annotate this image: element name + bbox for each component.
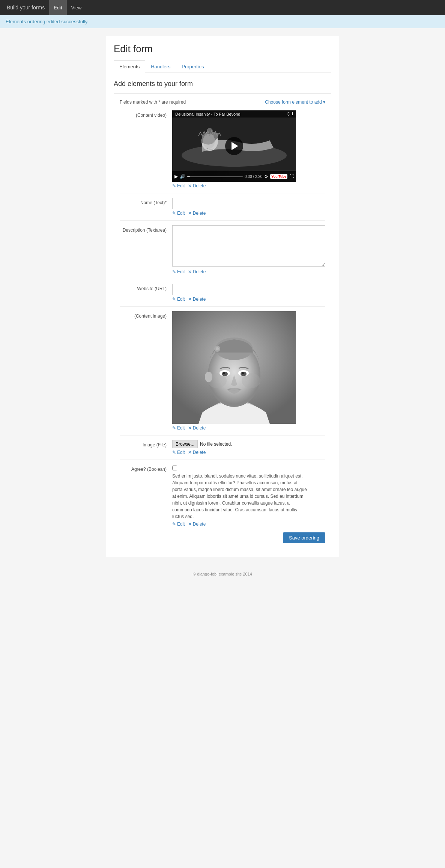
agree-field: Sed enim justo, blandit sodales nunc vit… <box>172 464 325 527</box>
svg-point-20 <box>216 347 219 350</box>
youtube-logo: You Tube <box>270 174 287 179</box>
form-header: Fields marked with * are required Choose… <box>120 99 325 105</box>
footer: © django-fobi example site 2014 <box>0 564 445 584</box>
svg-point-15 <box>223 372 225 374</box>
agree-checkbox[interactable] <box>172 466 177 470</box>
delete-icon-6: ✕ <box>188 450 192 455</box>
image-file-field: Browse... No file selected. ✎ Edit ✕ Del… <box>172 440 325 455</box>
description-edit-link[interactable]: ✎ Edit <box>172 269 185 274</box>
name-label: Name (Text)* <box>120 198 172 205</box>
time-display: 0:00 / 2:20 <box>245 175 262 179</box>
content-image-row: (Content image) <box>120 311 325 431</box>
video-edit-link[interactable]: ✎ Edit <box>172 183 185 188</box>
content-image-edit-link[interactable]: ✎ Edit <box>172 425 185 431</box>
name-row: Name (Text)* ✎ Edit ✕ Delete <box>120 198 325 216</box>
choose-element-dropdown[interactable]: Choose form element to add ▾ <box>265 99 325 105</box>
checkbox-row <box>172 464 325 470</box>
description-row: Description (Textarea) ✎ Edit ✕ Delete <box>120 225 325 274</box>
video-play-button[interactable] <box>225 137 243 155</box>
website-row: Website (URL) ✎ Edit ✕ Delete <box>120 284 325 302</box>
video-controls: ▶ 🔊 0:00 / 2:20 ⚙ You Tube ⛶ <box>172 171 296 182</box>
browse-button[interactable]: Browse... <box>172 440 198 448</box>
image-file-delete-link[interactable]: ✕ Delete <box>188 450 206 455</box>
edit-icon: ✎ <box>172 183 176 188</box>
website-input[interactable] <box>172 284 325 295</box>
image-file-row: Image (File) Browse... No file selected.… <box>120 440 325 455</box>
edit-icon-5: ✎ <box>172 425 176 431</box>
section-title: Add elements to your form <box>114 80 331 88</box>
website-actions: ✎ Edit ✕ Delete <box>172 297 325 302</box>
image-file-actions: ✎ Edit ✕ Delete <box>172 450 325 455</box>
edit-icon-4: ✎ <box>172 297 176 302</box>
description-actions: ✎ Edit ✕ Delete <box>172 269 325 274</box>
edit-icon-2: ✎ <box>172 211 176 216</box>
main-content: Edit form Elements Handlers Properties A… <box>106 36 339 557</box>
edit-icon-6: ✎ <box>172 450 176 455</box>
navbar-tab-view[interactable]: View <box>67 0 86 15</box>
edit-icon-3: ✎ <box>172 269 176 274</box>
video-title-bar: Delusional Insanity - To Far Beyond ⬡ ℹ <box>172 110 296 118</box>
image-file-label: Image (File) <box>120 440 172 448</box>
agree-actions: ✎ Edit ✕ Delete <box>172 521 325 527</box>
page-title: Edit form <box>114 43 331 55</box>
save-area: Save ordering <box>120 532 325 543</box>
svg-point-17 <box>205 372 212 382</box>
website-delete-link[interactable]: ✕ Delete <box>188 297 206 302</box>
form-container: Fields marked with * are required Choose… <box>114 93 331 549</box>
name-actions: ✎ Edit ✕ Delete <box>172 211 325 216</box>
content-image-label: (Content image) <box>120 311 172 319</box>
video-actions: ✎ Edit ✕ Delete <box>172 183 325 188</box>
name-field: ✎ Edit ✕ Delete <box>172 198 325 216</box>
save-ordering-button[interactable]: Save ordering <box>283 532 325 543</box>
portrait-svg <box>172 311 296 424</box>
volume-button[interactable]: 🔊 <box>180 174 185 179</box>
fullscreen-button[interactable]: ⛶ <box>289 174 294 179</box>
file-input-area: Browse... No file selected. <box>172 440 325 448</box>
delete-icon-5: ✕ <box>188 425 192 431</box>
navbar-tab-edit[interactable]: Edit <box>49 0 66 15</box>
video-field: Delusional Insanity - To Far Beyond ⬡ ℹ <box>172 110 325 188</box>
no-file-text: No file selected. <box>200 442 232 447</box>
name-edit-link[interactable]: ✎ Edit <box>172 211 185 216</box>
navbar: Build your forms Edit View <box>0 0 445 15</box>
agree-label: Agree? (Boolean) <box>120 464 172 472</box>
tab-properties[interactable]: Properties <box>176 60 209 72</box>
delete-icon-4: ✕ <box>188 297 192 302</box>
tabs-bar: Elements Handlers Properties <box>114 60 331 72</box>
description-field: ✎ Edit ✕ Delete <box>172 225 325 274</box>
edit-icon-7: ✎ <box>172 521 176 527</box>
image-actions: ✎ Edit ✕ Delete <box>172 425 325 431</box>
progress-bar[interactable] <box>187 176 243 177</box>
agree-edit-link[interactable]: ✎ Edit <box>172 521 185 527</box>
name-input[interactable] <box>172 198 325 209</box>
delete-icon-3: ✕ <box>188 269 192 274</box>
svg-point-3 <box>203 134 215 149</box>
content-image-field: ✎ Edit ✕ Delete <box>172 311 325 431</box>
description-delete-link[interactable]: ✕ Delete <box>188 269 206 274</box>
image-file-edit-link[interactable]: ✎ Edit <box>172 450 185 455</box>
website-edit-link[interactable]: ✎ Edit <box>172 297 185 302</box>
delete-icon: ✕ <box>188 183 192 188</box>
svg-point-16 <box>242 372 244 374</box>
description-label: Description (Textarea) <box>120 225 172 233</box>
agree-delete-link[interactable]: ✕ Delete <box>188 521 206 527</box>
video-container: Delusional Insanity - To Far Beyond ⬡ ℹ <box>172 110 296 182</box>
website-field: ✎ Edit ✕ Delete <box>172 284 325 302</box>
content-image-delete-link[interactable]: ✕ Delete <box>188 425 206 431</box>
video-delete-link[interactable]: ✕ Delete <box>188 183 206 188</box>
delete-icon-7: ✕ <box>188 521 192 527</box>
video-label: (Content video) <box>120 110 172 118</box>
fields-note: Fields marked with * are required <box>120 99 186 105</box>
delete-icon-2: ✕ <box>188 211 192 216</box>
website-label: Website (URL) <box>120 284 172 291</box>
progress-fill <box>187 176 190 177</box>
settings-button[interactable]: ⚙ <box>264 174 268 179</box>
play-pause-button[interactable]: ▶ <box>174 174 178 179</box>
tab-handlers[interactable]: Handlers <box>145 60 176 72</box>
video-row: (Content video) Delusional Insanity - To… <box>120 110 325 188</box>
tab-elements[interactable]: Elements <box>114 60 145 72</box>
description-textarea[interactable] <box>172 225 325 267</box>
agree-description: Sed enim justo, blandit sodales nunc vit… <box>172 473 307 520</box>
name-delete-link[interactable]: ✕ Delete <box>188 211 206 216</box>
alert-success: Elements ordering edited successfully. <box>0 15 445 28</box>
